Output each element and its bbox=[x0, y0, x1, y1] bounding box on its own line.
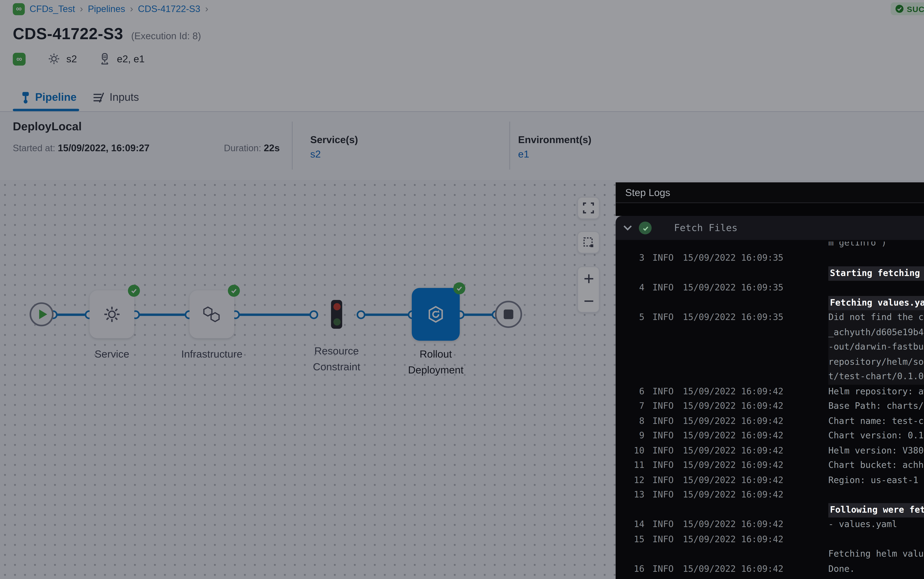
log-partial-line: m getInfo ) bbox=[622, 242, 924, 251]
log-entry: 8INFO15/09/2022 16:09:42Chart name: test… bbox=[622, 414, 924, 429]
log-message: Starting fetching Helm values bbox=[828, 251, 924, 281]
chevron-down-icon bbox=[623, 225, 632, 231]
step-logs-header: Step Logs Console View bbox=[615, 182, 924, 203]
log-message: Helm version: V380 bbox=[828, 443, 924, 458]
log-entry: 13INFO15/09/2022 16:09:42Following were … bbox=[622, 488, 924, 517]
log-message: - values.yaml bbox=[828, 517, 924, 532]
log-entry: 3INFO15/09/2022 16:09:35Starting fetchin… bbox=[622, 251, 924, 281]
log-entry: 11INFO15/09/2022 16:09:42Chart bucket: a… bbox=[622, 458, 924, 473]
log-message: Chart bucket: achhelmbucket bbox=[828, 458, 924, 473]
log-entry: 7INFO15/09/2022 16:09:42Base Path: chart… bbox=[622, 399, 924, 414]
step-log-section-header[interactable]: Fetch Files ↑ ↓ 9s bbox=[615, 216, 924, 240]
log-entry: 12INFO15/09/2022 16:09:42Region: us-east… bbox=[622, 473, 924, 488]
log-entry: 16INFO15/09/2022 16:09:42Done. bbox=[622, 562, 924, 577]
log-message: Done. bbox=[828, 562, 924, 577]
log-message: Did not find the chart and version in lo… bbox=[828, 311, 924, 384]
app-window: ∞ CFDs_Test › Pipelines › CDS-41722-S3 ›… bbox=[0, 0, 924, 579]
log-message: Helm repository: aws-qa-setup-modified bbox=[828, 384, 924, 399]
log-entry: 4INFO15/09/2022 16:09:35Fetching values.… bbox=[622, 281, 924, 311]
step-log-card: Fetch Files ↑ ↓ 9s m getInfo ) 3INFO15/0… bbox=[615, 216, 924, 579]
log-entry: 6INFO15/09/2022 16:09:42Helm repository:… bbox=[622, 384, 924, 399]
step-logs-panel: Step Logs Console View Fetch Files ↑ ↓ 9… bbox=[615, 182, 924, 579]
log-entry: 5INFO15/09/2022 16:09:35Did not find the… bbox=[622, 311, 924, 384]
log-entry: 14INFO15/09/2022 16:09:42- values.yaml bbox=[622, 517, 924, 532]
log-message: Fetching helm values completed successfu… bbox=[828, 532, 924, 562]
log-body[interactable]: m getInfo ) 3INFO15/09/2022 16:09:35Star… bbox=[615, 240, 924, 579]
log-entry: 9INFO15/09/2022 16:09:42Chart version: 0… bbox=[622, 429, 924, 443]
step-logs-title: Step Logs bbox=[625, 187, 670, 198]
log-entry: 10INFO15/09/2022 16:09:42Helm version: V… bbox=[622, 443, 924, 458]
log-message: Fetching values.yaml from helm chart rep… bbox=[828, 281, 924, 311]
log-message: Base Path: charts/ bbox=[828, 399, 924, 414]
log-entry: 15INFO15/09/2022 16:09:42Fetching helm v… bbox=[622, 532, 924, 562]
log-message: Region: us-east-1 bbox=[828, 473, 924, 488]
panel-spacer bbox=[615, 203, 924, 216]
log-message: Chart version: 0.1.0 bbox=[828, 429, 924, 443]
log-message: Following were fetched successfully : bbox=[828, 488, 924, 517]
step-name: Fetch Files bbox=[674, 222, 738, 234]
log-message: Chart name: test-chart bbox=[828, 414, 924, 429]
step-success-icon bbox=[639, 221, 651, 234]
